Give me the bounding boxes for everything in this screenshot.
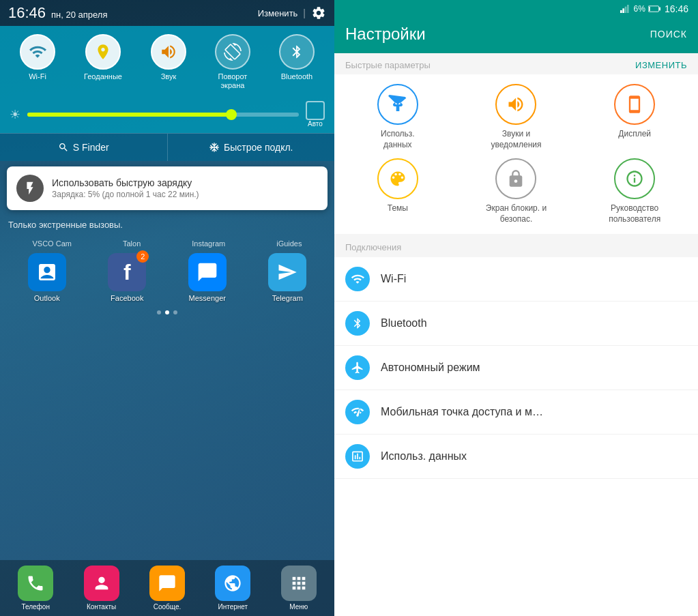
quick-toggles: Wi-Fi Геоданные Звук xyxy=(0,26,334,96)
toggle-wifi[interactable]: Wi-Fi xyxy=(20,34,55,81)
settings-title: Настройки xyxy=(345,25,426,44)
app-label-iguides: iGuides xyxy=(276,239,302,248)
status-bar-left: 16:46 пн, 20 апреля Изменить | xyxy=(0,0,334,26)
gear-icon[interactable] xyxy=(311,5,326,20)
airplane-settings-icon xyxy=(345,355,370,380)
brightness-fill xyxy=(27,113,231,117)
geodata-label: Геоданные xyxy=(84,72,122,81)
outlook-label: Outlook xyxy=(34,294,60,302)
date-left: пн, 20 апреля xyxy=(51,10,107,20)
signal-icon xyxy=(620,5,631,13)
qp-guide-label: Руководствопользователя xyxy=(609,203,660,224)
notif-subtitle: Зарядка: 5% (до полной 1 час 22 мин.) xyxy=(52,190,199,199)
qp-lock-icon xyxy=(495,158,536,199)
toggle-rotation[interactable]: Поворотэкрана xyxy=(215,34,250,90)
qp-data-usage[interactable]: Использ.данных xyxy=(341,84,454,150)
app-outlook[interactable]: Outlook xyxy=(28,253,66,302)
app-label-instagram: Instagram xyxy=(192,239,225,248)
settings-airplane[interactable]: Автономный режим xyxy=(334,346,698,390)
notification-card[interactable]: Использовать быструю зарядку Зарядка: 5%… xyxy=(7,166,328,210)
qp-display-icon xyxy=(614,84,655,125)
qp-lock-screen[interactable]: Экран блокир. ибезопас. xyxy=(460,158,573,224)
izmenit-link[interactable]: ИЗМЕНИТЬ xyxy=(635,60,687,70)
wifi-label: Wi-Fi xyxy=(29,72,46,81)
s-finder-button[interactable]: S Finder xyxy=(0,134,168,161)
facebook-label: Facebook xyxy=(111,294,143,302)
qp-data-label: Использ.данных xyxy=(381,129,415,150)
outlook-icon xyxy=(28,253,66,291)
toggle-geodata[interactable]: Геоданные xyxy=(84,34,122,81)
dot-2 xyxy=(165,310,169,314)
settings-hotspot[interactable]: Мобильная точка доступа и м… xyxy=(334,390,698,435)
qp-sounds[interactable]: Звуки иуведомления xyxy=(460,84,573,150)
hotspot-settings-icon xyxy=(345,400,370,424)
right-header: Настройки ПОИСК xyxy=(334,18,698,53)
messenger-icon xyxy=(188,253,227,291)
settings-wifi[interactable]: Wi-Fi xyxy=(334,257,698,302)
app-labels-row1: VSCO Cam Talon Instagram iGuides xyxy=(0,239,334,248)
dock-menu[interactable]: Меню xyxy=(281,566,317,611)
qp-guide[interactable]: Руководствопользователя xyxy=(578,158,691,224)
izmenit-button[interactable]: Изменить xyxy=(258,8,298,18)
qp-themes-label: Темы xyxy=(388,203,408,214)
qp-display-label: Дисплей xyxy=(618,129,651,140)
app-label-talon: Talon xyxy=(123,239,141,248)
telegram-icon xyxy=(268,253,306,291)
qp-sounds-label: Звуки иуведомления xyxy=(491,129,541,150)
dot-1 xyxy=(157,310,161,314)
dock-messages[interactable]: Сообще. xyxy=(149,566,185,611)
quick-connect-button[interactable]: Быстрое подкл. xyxy=(168,134,335,161)
svg-rect-3 xyxy=(627,5,629,13)
toggle-sound[interactable]: Звук xyxy=(151,34,186,81)
sound-toggle-circle xyxy=(151,34,186,70)
qp-data-icon xyxy=(377,84,418,125)
right-panel: 6% 16:46 Настройки ПОИСК Быстрые парамет… xyxy=(334,0,698,616)
bluetooth-settings-label: Bluetooth xyxy=(381,317,427,329)
toggle-bluetooth[interactable]: Bluetooth xyxy=(279,34,315,81)
settings-data-usage[interactable]: Использ. данных xyxy=(334,435,698,479)
svg-rect-6 xyxy=(649,7,650,12)
status-bar-right: 6% 16:46 xyxy=(334,0,698,18)
s-finder-label: S Finder xyxy=(73,142,109,153)
phone-label: Телефон xyxy=(21,603,49,611)
brightness-slider[interactable] xyxy=(27,113,299,117)
quick-params-grid: Использ.данных Звуки иуведомления Диспле… xyxy=(334,74,698,234)
internet-icon xyxy=(215,566,250,601)
auto-wrap: Авто xyxy=(306,101,325,128)
contacts-label: Контакты xyxy=(87,603,116,611)
svg-rect-1 xyxy=(622,8,624,13)
sound-label: Звук xyxy=(161,72,177,81)
app-facebook[interactable]: f 2 Facebook xyxy=(108,253,146,302)
internet-label: Интернет xyxy=(218,603,248,611)
dock-internet[interactable]: Интернет xyxy=(215,566,250,611)
bt-settings-icon xyxy=(345,311,370,336)
emergency-text: Только экстренные вызовы. xyxy=(0,216,334,234)
wifi-settings-icon xyxy=(345,267,370,291)
geodata-toggle-circle xyxy=(85,34,121,70)
quick-params-header: Быстрые параметры ИЗМЕНИТЬ xyxy=(334,53,698,74)
search-button[interactable]: ПОИСК xyxy=(650,29,687,40)
dock-contacts[interactable]: Контакты xyxy=(84,566,119,611)
qp-themes-icon xyxy=(377,158,418,199)
quick-connect-label: Быстрое подкл. xyxy=(224,142,293,153)
battery-percent: 6% xyxy=(634,4,645,14)
bluetooth-toggle-circle xyxy=(279,34,315,70)
app-telegram[interactable]: Telegram xyxy=(268,253,306,302)
facebook-badge: 2 xyxy=(136,250,149,263)
connections-header: Подключения xyxy=(334,234,698,257)
status-right-left: Изменить | xyxy=(258,5,326,20)
data-settings-label: Использ. данных xyxy=(381,450,467,463)
auto-label: Авто xyxy=(308,120,323,128)
qp-themes[interactable]: Темы xyxy=(341,158,454,224)
phone-icon xyxy=(18,566,53,601)
brightness-thumb xyxy=(226,109,237,120)
dock-phone[interactable]: Телефон xyxy=(18,566,53,611)
settings-bluetooth[interactable]: Bluetooth xyxy=(334,302,698,346)
auto-button[interactable] xyxy=(306,101,325,120)
app-messenger[interactable]: Messenger xyxy=(188,253,227,302)
data-settings-icon xyxy=(345,444,370,469)
notif-icon xyxy=(16,175,44,202)
snowflake-icon xyxy=(209,142,220,153)
facebook-icon: f 2 xyxy=(108,253,146,291)
qp-display[interactable]: Дисплей xyxy=(578,84,691,150)
